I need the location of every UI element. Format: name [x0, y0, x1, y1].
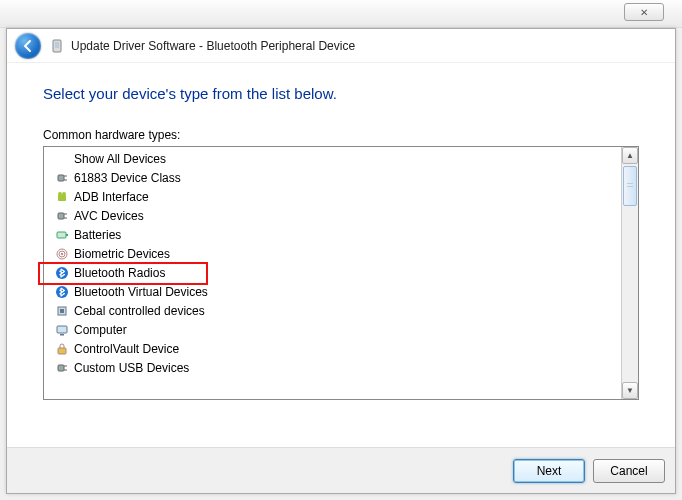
back-arrow-icon	[21, 39, 35, 53]
outer-close-button[interactable]: ✕	[624, 3, 664, 21]
list-item[interactable]: Bluetooth Virtual Devices	[44, 282, 621, 301]
instruction-text: Select your device's type from the list …	[43, 85, 639, 102]
wizard-footer: Next Cancel	[7, 447, 675, 493]
list-item[interactable]: Bluetooth Radios	[44, 263, 621, 282]
list-item[interactable]: Cebal controlled devices	[44, 301, 621, 320]
list-item[interactable]: Biometric Devices	[44, 244, 621, 263]
list-item[interactable]: ADB Interface	[44, 187, 621, 206]
svg-rect-22	[58, 348, 66, 354]
close-icon: ✕	[640, 7, 648, 18]
scroll-thumb[interactable]	[623, 166, 637, 206]
device-icon	[54, 322, 70, 338]
list-item-label: Bluetooth Radios	[74, 266, 165, 280]
next-button[interactable]: Next	[513, 459, 585, 483]
wizard-window: Update Driver Software - Bluetooth Perip…	[6, 28, 676, 494]
svg-rect-8	[58, 213, 64, 219]
list-item[interactable]: Computer	[44, 320, 621, 339]
list-item[interactable]: Batteries	[44, 225, 621, 244]
svg-rect-2	[58, 175, 64, 181]
window-title: Update Driver Software - Bluetooth Perip…	[71, 39, 355, 53]
cancel-button-label: Cancel	[610, 464, 647, 478]
scroll-down-button[interactable]: ▼	[622, 382, 638, 399]
hardware-type-list: Show All Devices61883 Device ClassADB In…	[43, 146, 639, 400]
device-icon	[54, 265, 70, 281]
svg-rect-21	[60, 334, 64, 336]
device-icon	[54, 303, 70, 319]
chevron-down-icon: ▼	[626, 387, 634, 395]
list-item-label: ControlVault Device	[74, 342, 179, 356]
wizard-body: Select your device's type from the list …	[7, 63, 675, 447]
svg-point-6	[58, 192, 62, 196]
device-icon	[54, 284, 70, 300]
svg-rect-5	[58, 195, 66, 201]
chevron-up-icon: ▲	[626, 152, 634, 160]
svg-rect-12	[66, 234, 68, 236]
device-icon	[54, 246, 70, 262]
back-button[interactable]	[15, 33, 41, 59]
device-icon	[54, 189, 70, 205]
svg-rect-11	[57, 232, 66, 238]
svg-rect-23	[58, 365, 64, 371]
cancel-button[interactable]: Cancel	[593, 459, 665, 483]
outer-titlebar: ✕	[0, 0, 682, 28]
device-icon	[54, 170, 70, 186]
scroll-up-button[interactable]: ▲	[622, 147, 638, 164]
next-button-label: Next	[537, 464, 562, 478]
svg-point-15	[61, 252, 63, 254]
device-icon	[54, 227, 70, 243]
device-icon	[54, 360, 70, 376]
svg-rect-19	[60, 309, 64, 313]
list-item-label: ADB Interface	[74, 190, 149, 204]
list-item-label: Computer	[74, 323, 127, 337]
list-item[interactable]: AVC Devices	[44, 206, 621, 225]
list-item-label: Bluetooth Virtual Devices	[74, 285, 208, 299]
list-item-label: Show All Devices	[74, 152, 166, 166]
list-scrollbar: ▲ ▼	[621, 147, 638, 399]
svg-rect-1	[55, 42, 59, 48]
list-item[interactable]: Show All Devices	[44, 149, 621, 168]
list-label: Common hardware types:	[43, 128, 639, 142]
device-icon	[49, 38, 65, 54]
list-item-label: Custom USB Devices	[74, 361, 189, 375]
svg-rect-20	[57, 326, 67, 333]
list-item-label: AVC Devices	[74, 209, 144, 223]
scroll-track[interactable]	[622, 164, 638, 382]
list-item-label: Biometric Devices	[74, 247, 170, 261]
list-item-label: Batteries	[74, 228, 121, 242]
svg-point-7	[62, 192, 66, 196]
list-item[interactable]: 61883 Device Class	[44, 168, 621, 187]
list-item-label: 61883 Device Class	[74, 171, 181, 185]
list-item[interactable]: Custom USB Devices	[44, 358, 621, 377]
list-item[interactable]: ControlVault Device	[44, 339, 621, 358]
wizard-header: Update Driver Software - Bluetooth Perip…	[7, 29, 675, 63]
list-item-label: Cebal controlled devices	[74, 304, 205, 318]
list-viewport: Show All Devices61883 Device ClassADB In…	[44, 147, 621, 399]
device-icon	[54, 341, 70, 357]
device-icon	[54, 208, 70, 224]
